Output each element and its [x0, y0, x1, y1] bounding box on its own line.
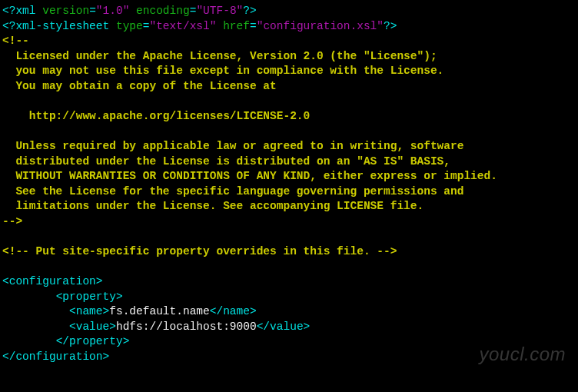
- property-close-tag: </property>: [56, 335, 130, 347]
- xml-stylesheet-open: <?xml-stylesheet: [2, 20, 116, 32]
- xml-decl-open: <?xml: [2, 5, 42, 17]
- value-close-tag: </value>: [257, 321, 311, 333]
- xml-decl-close: ?>: [243, 5, 256, 17]
- val-type: "text/xsl": [149, 20, 216, 32]
- configuration-close-tag: </configuration>: [2, 350, 109, 363]
- site-comment: <!-- Put site-specific property override…: [2, 245, 397, 257]
- license-comment: <!-- Licensed under the Apache License, …: [2, 35, 497, 228]
- val-href: "configuration.xsl": [257, 20, 384, 32]
- val-encoding: "UTF-8": [196, 5, 243, 17]
- value-open-tag: <value>: [69, 321, 116, 333]
- value-text: hdfs://localhost:9000: [116, 321, 257, 333]
- property-open-tag: <property>: [56, 291, 123, 303]
- name-open-tag: <name>: [69, 305, 109, 317]
- name-value: fs.default.name: [109, 305, 210, 317]
- attr-encoding: encoding: [136, 5, 190, 17]
- name-close-tag: </name>: [210, 305, 257, 317]
- attr-type: type: [116, 20, 143, 32]
- xml-stylesheet-close: ?>: [384, 20, 397, 32]
- configuration-open-tag: <configuration>: [2, 275, 103, 287]
- xml-source: <?xml version="1.0" encoding="UTF-8"?> <…: [2, 4, 576, 365]
- attr-version: version: [42, 5, 89, 17]
- val-version: "1.0": [96, 5, 130, 17]
- attr-href: href: [223, 20, 250, 32]
